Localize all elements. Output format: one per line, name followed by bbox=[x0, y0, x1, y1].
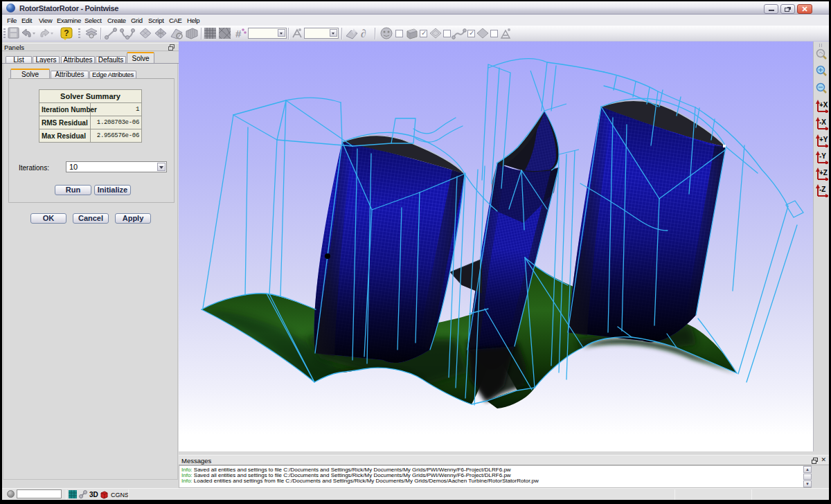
svg-text:-Z: -Z bbox=[819, 186, 825, 193]
svg-text:-Y: -Y bbox=[819, 152, 826, 160]
svg-text:∂: ∂ bbox=[361, 28, 366, 39]
svg-text:-X: -X bbox=[819, 118, 826, 126]
svg-text:+Y: +Y bbox=[819, 136, 828, 143]
svg-text:#: # bbox=[235, 28, 242, 39]
svg-text:+X: +X bbox=[819, 101, 828, 109]
svg-text:?: ? bbox=[64, 28, 69, 38]
svg-text:+Z: +Z bbox=[819, 169, 828, 177]
